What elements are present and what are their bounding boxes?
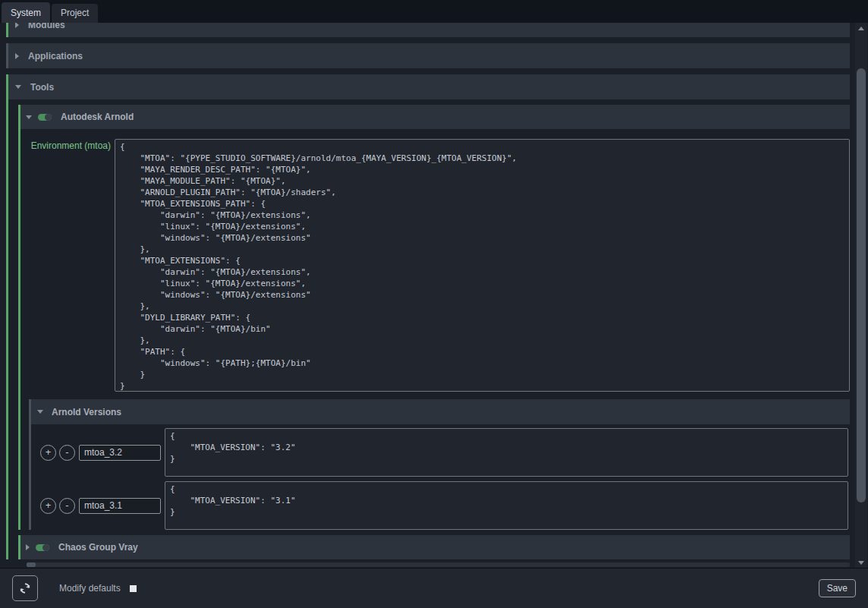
group-arnold-versions: Arnold Versions + - { "MTOA_VERSION": "3…	[29, 399, 850, 530]
version-controls: + -	[31, 428, 161, 477]
vertical-scrollbar[interactable]	[855, 23, 867, 568]
section-tools: Tools Autodesk Arnold Environment (mtoa)…	[6, 74, 850, 559]
environment-label: Environment (mtoa)	[20, 139, 115, 151]
arnold-header[interactable]: Autodesk Arnold	[20, 105, 850, 129]
toggle-knob-icon	[45, 114, 52, 121]
caret-down-icon	[15, 85, 21, 89]
arnold-enabled-toggle[interactable]	[38, 114, 52, 121]
version-name-input[interactable]	[79, 445, 161, 461]
refresh-icon	[19, 582, 31, 594]
section-title: Applications	[28, 51, 83, 61]
group-chaos-vray: Chaos Group Vray	[18, 535, 850, 559]
tab-bar: System Project	[0, 0, 868, 23]
vertical-scrollbar-thumb[interactable]	[857, 68, 866, 502]
version-row: + - { "MTOA_VERSION": "3.2" }	[31, 428, 850, 477]
vray-title: Chaos Group Vray	[58, 542, 138, 553]
section-title: Tools	[30, 82, 54, 93]
settings-scroll-area[interactable]: Modules Applications Tools Autodesk Arno…	[0, 23, 854, 568]
modify-defaults-label: Modify defaults	[59, 583, 121, 594]
version-json-editor[interactable]: { "MTOA_VERSION": "3.2" }	[165, 428, 848, 477]
arnold-versions-header[interactable]: Arnold Versions	[31, 399, 850, 424]
caret-right-icon	[26, 544, 30, 550]
version-name-input[interactable]	[79, 498, 161, 514]
toggle-knob-icon	[42, 544, 49, 551]
version-row: + - { "MTOA_VERSION": "3.1" }	[31, 481, 850, 530]
section-applications: Applications	[6, 43, 850, 68]
horizontal-scrollbar-thumb[interactable]	[27, 562, 36, 567]
add-version-button[interactable]: +	[40, 445, 56, 461]
tab-project[interactable]: Project	[52, 4, 98, 23]
arrow-down-icon	[858, 561, 864, 565]
modify-defaults-checkbox[interactable]	[130, 585, 137, 592]
vray-header[interactable]: Chaos Group Vray	[20, 535, 850, 559]
caret-right-icon	[15, 23, 19, 28]
section-header-modules[interactable]: Modules	[8, 23, 850, 37]
scroll-up-button[interactable]	[855, 23, 867, 33]
section-header-applications[interactable]: Applications	[8, 43, 850, 68]
arrow-up-icon	[858, 27, 864, 30]
environment-json-editor[interactable]: { "MTOA": "{PYPE_STUDIO_SOFTWARE}/arnold…	[115, 139, 850, 392]
section-header-tools[interactable]: Tools	[8, 74, 850, 99]
settings-window: System Project Modules Applications Tool…	[0, 0, 868, 608]
group-autodesk-arnold: Autodesk Arnold Environment (mtoa) { "MT…	[18, 105, 850, 530]
section-title: Modules	[28, 23, 65, 30]
footer-bar: Modify defaults Save	[0, 568, 868, 608]
remove-version-button[interactable]: -	[59, 498, 75, 514]
caret-down-icon	[37, 410, 43, 414]
remove-version-button[interactable]: -	[59, 445, 75, 461]
caret-right-icon	[15, 53, 19, 59]
vray-enabled-toggle[interactable]	[36, 544, 49, 551]
caret-down-icon	[26, 115, 32, 119]
environment-row: Environment (mtoa) { "MTOA": "{PYPE_STUD…	[20, 139, 850, 392]
arnold-title: Autodesk Arnold	[61, 112, 134, 122]
save-button[interactable]: Save	[819, 579, 856, 597]
horizontal-scrollbar[interactable]	[27, 562, 850, 567]
refresh-button[interactable]	[12, 575, 38, 601]
tab-system[interactable]: System	[2, 2, 50, 23]
add-version-button[interactable]: +	[40, 498, 56, 514]
scroll-down-button[interactable]	[855, 557, 867, 568]
arnold-versions-title: Arnold Versions	[52, 407, 121, 417]
version-json-editor[interactable]: { "MTOA_VERSION": "3.1" }	[165, 481, 848, 530]
section-modules: Modules	[6, 23, 850, 37]
version-controls: + -	[31, 481, 161, 530]
